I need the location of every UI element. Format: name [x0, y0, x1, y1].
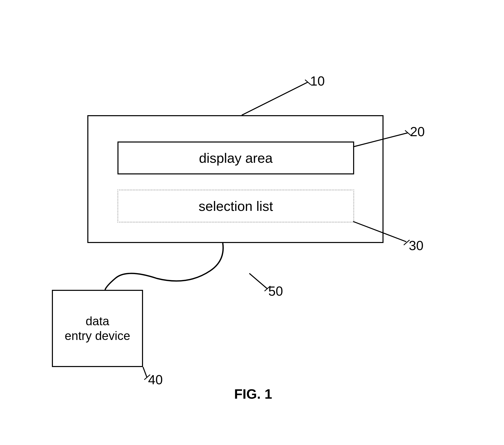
- selection-list-label: selection list: [198, 198, 273, 214]
- main-container-box: display area selection list: [87, 115, 384, 243]
- reference-label-10: 10: [310, 73, 325, 89]
- data-entry-device-box: data entry device: [52, 290, 143, 367]
- data-entry-device-label: data entry device: [65, 314, 130, 343]
- figure-label: FIG. 1: [234, 386, 272, 402]
- reference-label-40: 40: [148, 372, 163, 387]
- reference-label-30: 30: [409, 238, 424, 253]
- selection-list-box: selection list: [117, 190, 354, 222]
- svg-line-0: [242, 82, 308, 115]
- reference-label-50: 50: [268, 284, 283, 299]
- reference-label-20: 20: [410, 124, 425, 139]
- display-area-label: display area: [199, 150, 273, 166]
- svg-line-6: [143, 367, 147, 377]
- display-area-box: display area: [117, 141, 354, 174]
- svg-line-8: [249, 273, 267, 289]
